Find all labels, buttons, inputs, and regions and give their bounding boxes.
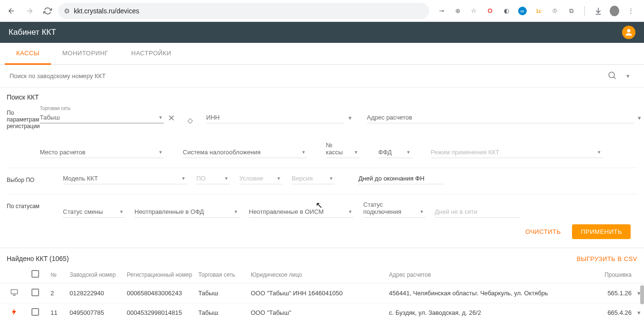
filter-row2-label: Выбор ПО bbox=[7, 173, 63, 184]
reload-button[interactable] bbox=[40, 3, 55, 19]
input-offline-days[interactable]: Дней не в сети bbox=[435, 206, 521, 218]
user-avatar[interactable] bbox=[622, 26, 635, 39]
cell-legal: ООО "Табыш" ИНН 1646041050 bbox=[248, 283, 386, 303]
select-version[interactable]: Версия bbox=[292, 173, 335, 184]
select-ofd[interactable]: Неотправленные в ОФД bbox=[134, 206, 239, 218]
ext-opera-icon[interactable]: O bbox=[485, 6, 495, 16]
cell-num: 2 bbox=[48, 283, 67, 303]
tab-monitoring[interactable]: МОНИТОРИНГ bbox=[51, 43, 120, 64]
svg-point-1 bbox=[609, 72, 614, 78]
col-network: Торговая сеть bbox=[195, 266, 248, 283]
ext-infinity-icon[interactable]: ∞ bbox=[518, 6, 527, 16]
col-factory: Заводской номер bbox=[67, 266, 124, 283]
col-legal: Юридическое лицо bbox=[248, 266, 386, 283]
tab-kassy[interactable]: КАССЫ bbox=[5, 43, 51, 65]
col-address: Адрес расчетов bbox=[386, 266, 592, 283]
cell-network: Табыш bbox=[195, 303, 248, 321]
search-input[interactable] bbox=[10, 70, 603, 82]
dropdown-icon[interactable]: ▾ bbox=[626, 72, 630, 80]
select-model[interactable]: Модель ККТ bbox=[63, 173, 187, 184]
url-bar[interactable]: ⚙ kkt.crystals.ru/devices bbox=[58, 3, 429, 19]
url-text: kkt.crystals.ru/devices bbox=[74, 7, 139, 15]
table-row[interactable]: 1104950077850004532998014815ТабышООО "Та… bbox=[0, 303, 644, 321]
cell-fw: 565.1.26 bbox=[592, 283, 634, 303]
ext-1c-icon[interactable]: 1c bbox=[534, 6, 543, 16]
svg-rect-2 bbox=[11, 290, 18, 294]
menu-icon[interactable]: ⋮ bbox=[626, 6, 635, 16]
cell-address: с. Буздяк, ул. Заводская, д. 26/2 bbox=[386, 303, 592, 321]
cell-network: Табыш bbox=[195, 283, 248, 303]
row-expand-icon[interactable]: ▾ bbox=[634, 303, 644, 321]
extensions-icon[interactable]: ⧉ bbox=[566, 6, 576, 16]
results-title: Найдено ККТ (1065) bbox=[7, 255, 69, 262]
select-ffd[interactable]: ФФД bbox=[378, 147, 412, 158]
zoom-icon[interactable]: ⊕ bbox=[453, 6, 462, 16]
tab-settings[interactable]: НАСТРОЙКИ bbox=[120, 43, 183, 64]
back-button[interactable] bbox=[4, 3, 19, 19]
select-condition[interactable]: Условие bbox=[239, 173, 282, 184]
apply-button[interactable]: ПРИМЕНИТЬ bbox=[572, 224, 631, 239]
select-inn[interactable]: ИНН bbox=[206, 112, 345, 123]
app-title: Кабинет ККТ bbox=[9, 28, 56, 37]
col-reg: Регистрационный номер bbox=[124, 266, 195, 283]
select-address[interactable]: Адрес расчетов bbox=[367, 112, 634, 123]
select-cashnum[interactable]: № кассы bbox=[326, 140, 359, 158]
table-row[interactable]: 201282229400006580483006243ТабышООО "Таб… bbox=[0, 283, 644, 303]
key-icon[interactable]: ⊸ bbox=[437, 6, 446, 16]
cell-factory: 0128222940 bbox=[67, 283, 124, 303]
col-firmware: Прошивка bbox=[592, 266, 634, 283]
search-icon[interactable] bbox=[607, 70, 617, 81]
cell-address: 456441, Челябинская областьг. Чебаркуль,… bbox=[386, 283, 592, 303]
downloads-icon[interactable] bbox=[593, 6, 603, 16]
clear-button[interactable]: ОЧИСТИТЬ bbox=[519, 224, 568, 239]
forward-button[interactable] bbox=[22, 3, 37, 19]
row-status-icon bbox=[0, 303, 29, 321]
select-all-checkbox[interactable] bbox=[31, 270, 39, 278]
site-settings-icon[interactable]: ⚙ bbox=[64, 7, 70, 15]
row-checkbox[interactable] bbox=[31, 308, 39, 316]
bookmark-icon[interactable]: ☆ bbox=[469, 6, 479, 16]
ext-incognito-icon[interactable]: ◐ bbox=[501, 6, 511, 16]
cell-reg: 0006580483006243 bbox=[124, 283, 195, 303]
select-mode[interactable]: Режим применения ККТ bbox=[431, 147, 603, 158]
row-status-icon bbox=[0, 283, 29, 303]
select-shift-status[interactable]: Статус смены bbox=[63, 206, 125, 218]
select-tax[interactable]: Система налогообложения bbox=[183, 147, 307, 158]
profile-avatar[interactable] bbox=[610, 6, 619, 16]
filter-title: Поиск ККТ bbox=[7, 93, 637, 101]
export-csv-link[interactable]: ВЫГРУЗИТЬ В CSV bbox=[577, 255, 637, 262]
filter-row1-label: По параметрам регистрации bbox=[7, 106, 40, 158]
table-scrollbar[interactable] bbox=[640, 285, 644, 304]
select-software[interactable]: ПО bbox=[196, 173, 230, 184]
select-place[interactable]: Место расчетов bbox=[40, 147, 164, 158]
diamond-icon[interactable] bbox=[187, 118, 193, 123]
cell-reg: 0004532998014815 bbox=[124, 303, 195, 321]
select-conn-status[interactable]: Статус подключения bbox=[363, 199, 425, 218]
select-network[interactable]: Торговая сеть Табыш bbox=[40, 106, 164, 123]
clear-network-icon[interactable]: ✕ bbox=[168, 113, 175, 123]
row-checkbox[interactable] bbox=[31, 289, 39, 296]
cell-num: 11 bbox=[48, 303, 67, 321]
col-num: № bbox=[48, 266, 67, 283]
select-oism[interactable]: Неотправленные в ОИСМ bbox=[249, 206, 354, 218]
filter-row3-label: По статусам bbox=[7, 199, 63, 218]
svg-point-0 bbox=[627, 29, 631, 32]
cell-factory: 0495007785 bbox=[67, 303, 124, 321]
input-fn-days[interactable]: Дней до окончания ФН bbox=[358, 173, 444, 184]
cell-fw: 665.4.26 bbox=[592, 303, 634, 321]
ext-user-icon[interactable]: ♔ bbox=[550, 6, 560, 16]
cell-legal: ООО "Табыш" bbox=[248, 303, 386, 321]
